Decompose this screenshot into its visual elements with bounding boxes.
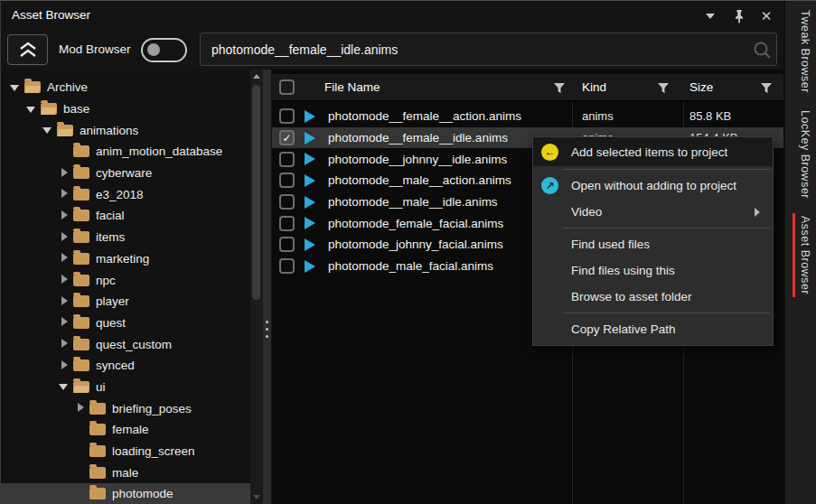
tree-expander-icon[interactable]: [57, 167, 73, 180]
folder-icon: [89, 445, 106, 457]
mod-browser-toggle[interactable]: [141, 38, 187, 62]
dock-tab-strip: Tweak Browser LocKey Browser Asset Brows…: [783, 1, 816, 504]
search-input[interactable]: [200, 33, 777, 66]
tree-item[interactable]: loading_screen: [1, 441, 250, 462]
window-title: Asset Browser: [12, 8, 90, 22]
tree-expander-icon[interactable]: [57, 188, 73, 201]
context-menu-item-label: Browse to asset folder: [571, 290, 692, 303]
tree-item[interactable]: synced: [1, 355, 250, 377]
context-menu-item[interactable]: ↗ Open without adding to project: [533, 173, 773, 199]
tree-expander-icon[interactable]: [57, 295, 73, 308]
column-header-kind[interactable]: Kind: [582, 80, 606, 94]
tree-item[interactable]: Archive: [1, 77, 250, 98]
tree-expander-icon[interactable]: [57, 210, 73, 222]
close-icon: ✕: [761, 8, 773, 24]
tree-item[interactable]: animations: [1, 119, 250, 141]
search-icon: [753, 41, 773, 61]
tree-item[interactable]: items: [1, 227, 250, 248]
context-menu: ← Add selected items to project ↗ Open w…: [532, 136, 774, 346]
context-menu-item[interactable]: Browse to asset folder: [533, 284, 773, 310]
submenu-arrow-icon: [755, 208, 760, 217]
row-checkbox[interactable]: [279, 130, 295, 145]
tree-item[interactable]: base: [1, 98, 250, 120]
tree-expander-icon[interactable]: [73, 424, 89, 436]
file-name: photomode_johnny_facial.anims: [328, 238, 503, 251]
folder-icon: [73, 167, 89, 179]
folder-icon: [73, 317, 89, 329]
file-kind: anims: [582, 109, 614, 123]
tree-item[interactable]: marketing: [1, 248, 250, 270]
chevrons-up-icon: [17, 41, 39, 59]
tree-item[interactable]: cyberware: [1, 163, 250, 184]
dock-tab-lockey-browser[interactable]: LocKey Browser: [799, 108, 811, 201]
tree-item-label: anim_motion_database: [96, 145, 222, 158]
asset-browser-window: Asset Browser ✕ Mod Browser Archive base…: [0, 0, 816, 504]
window-menu-button[interactable]: [700, 7, 720, 25]
tree-expander-icon[interactable]: [41, 124, 57, 136]
column-header-size[interactable]: Size: [689, 80, 713, 94]
tree-item[interactable]: npc: [1, 269, 250, 291]
file-size: 85.8 KB: [689, 109, 731, 123]
titlebar[interactable]: Asset Browser ✕: [1, 1, 783, 31]
tree-item[interactable]: anim_motion_database: [1, 141, 250, 163]
funnel-icon[interactable]: [657, 82, 670, 95]
tree-expander-icon[interactable]: [57, 274, 73, 286]
tree-expander-icon[interactable]: [73, 466, 89, 479]
tree-item[interactable]: male: [1, 462, 250, 483]
tree-expander-icon[interactable]: [24, 103, 41, 116]
tree-item[interactable]: e3_2018: [1, 183, 250, 205]
scrollbar-thumb[interactable]: [252, 85, 260, 300]
tree-expander-icon[interactable]: [57, 338, 73, 350]
dock-tab-tweak-browser[interactable]: Tweak Browser: [799, 8, 811, 95]
row-checkbox[interactable]: [279, 152, 295, 167]
collapse-tree-button[interactable]: [7, 34, 48, 65]
tree-item[interactable]: quest_custom: [1, 333, 250, 355]
folder-icon: [24, 81, 41, 93]
tree-expander-icon[interactable]: [8, 81, 24, 94]
dock-tab-asset-browser[interactable]: Asset Browser: [799, 214, 811, 296]
row-checkbox[interactable]: [279, 258, 295, 274]
scroll-up-icon[interactable]: [253, 74, 260, 79]
folder-icon: [73, 381, 89, 393]
tree-scrollbar[interactable]: [250, 70, 263, 504]
tree-item-label: quest_custom: [96, 338, 172, 351]
folder-icon: [73, 275, 89, 286]
tree-expander-icon[interactable]: [57, 231, 73, 244]
select-all-checkbox[interactable]: [279, 79, 295, 95]
tree-expander-icon[interactable]: [73, 402, 89, 415]
tree-item[interactable]: photomode: [1, 483, 250, 504]
file-name: photomode__female__action.anims: [328, 109, 521, 123]
tree-expander-icon[interactable]: [57, 316, 73, 329]
row-checkbox[interactable]: [279, 237, 295, 252]
funnel-icon[interactable]: [760, 82, 773, 95]
context-menu-item[interactable]: Video: [533, 199, 773, 225]
row-checkbox[interactable]: [279, 108, 295, 124]
context-menu-item[interactable]: Find used files: [533, 231, 773, 257]
column-header-file-name[interactable]: File Name: [324, 80, 380, 94]
tree-item[interactable]: female: [1, 419, 250, 441]
row-checkbox[interactable]: [279, 194, 295, 210]
scroll-down-icon[interactable]: [253, 495, 260, 499]
close-button[interactable]: ✕: [756, 7, 776, 25]
tree-expander-icon[interactable]: [73, 445, 89, 458]
tree-expander-icon[interactable]: [57, 145, 73, 158]
row-checkbox[interactable]: [279, 173, 295, 188]
panel-splitter[interactable]: [263, 70, 271, 504]
context-menu-item[interactable]: Find files using this: [533, 257, 773, 284]
context-menu-item-label: Find used files: [571, 238, 650, 251]
row-checkbox[interactable]: [279, 216, 295, 231]
tree-item[interactable]: quest: [1, 313, 250, 334]
tree-item[interactable]: ui: [1, 377, 250, 398]
tree-expander-icon[interactable]: [73, 488, 89, 500]
tree-item[interactable]: facial: [1, 205, 250, 227]
pin-button[interactable]: [729, 7, 749, 25]
context-menu-item[interactable]: ← Add selected items to project: [533, 137, 773, 166]
tree-expander-icon[interactable]: [57, 359, 73, 372]
tree-expander-icon[interactable]: [57, 380, 73, 393]
context-menu-item[interactable]: Copy Relative Path: [533, 316, 773, 342]
tree-item[interactable]: player: [1, 291, 250, 313]
tree-expander-icon[interactable]: [57, 252, 73, 265]
tree-item[interactable]: briefing_poses: [1, 397, 250, 419]
table-row[interactable]: photomode__female__action.anims anims 85…: [272, 106, 783, 127]
funnel-icon[interactable]: [553, 82, 566, 95]
